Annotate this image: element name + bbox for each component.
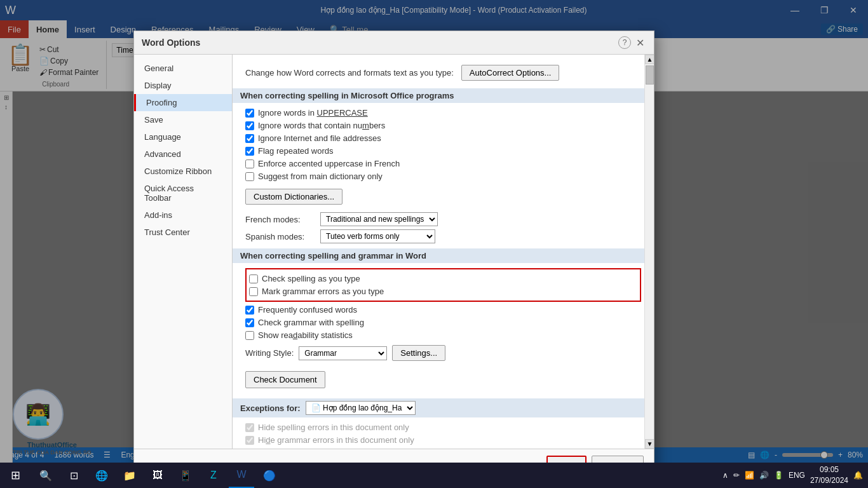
dialog-close-button[interactable]: ✕ (634, 36, 646, 49)
exceptions-header: Exceptions for: 📄 Hợp đồng lao động_Ha (233, 398, 654, 417)
option-suggest-main: Suggest from main dictionary only (245, 172, 641, 181)
writing-style-row: Writing Style: Grammar Grammar & Style S… (245, 345, 641, 361)
taskbar-lang[interactable]: ENG (789, 471, 805, 480)
exceptions-select[interactable]: 📄 Hợp đồng lao động_Ha (306, 401, 416, 415)
checkbox-show-readability[interactable] (245, 331, 254, 340)
taskbar-edge[interactable]: 🌐 (89, 463, 114, 488)
nav-language[interactable]: Language (134, 128, 232, 146)
option-frequently-confused: Frequently confused words (245, 305, 641, 315)
option-enforce-french: Enforce accented uppercase in French (245, 159, 641, 168)
highlighted-options-box: Check spelling as you type Mark grammar … (245, 268, 641, 302)
checkbox-hide-spelling[interactable] (245, 423, 254, 432)
checkbox-enforce-french[interactable] (245, 159, 254, 168)
nav-general[interactable]: General (134, 60, 232, 77)
option-ignore-uppercase: Ignore words in UPPERCASE (245, 108, 641, 118)
nav-proofing[interactable]: Proofing (134, 94, 232, 111)
section2-header: When correcting spelling and grammar in … (233, 248, 654, 263)
nav-display[interactable]: Display (134, 77, 232, 94)
taskbar-app1[interactable]: 📱 (173, 463, 198, 488)
checkbox-mark-grammar[interactable] (249, 287, 258, 296)
nav-advanced[interactable]: Advanced (134, 146, 232, 163)
exceptions-label: Exceptions for: (240, 403, 301, 413)
taskbar-task-view[interactable]: ⊡ (61, 463, 86, 488)
nav-addins[interactable]: Add-ins (134, 207, 232, 224)
option-check-spelling: Check spelling as you type (249, 274, 637, 283)
checkbox-suggest-main[interactable] (245, 172, 254, 181)
label-hide-grammar: Hide grammar errors in this document onl… (258, 435, 414, 445)
checkbox-ignore-uppercase[interactable] (245, 109, 254, 118)
spanish-modes-select[interactable]: Tuteo verb forms only Voseo verb forms o… (320, 229, 435, 243)
nav-save[interactable]: Save (134, 111, 232, 128)
label-enforce-french: Enforce accented uppercase in French (258, 159, 400, 168)
taskbar: ⊞ 🔍 ⊡ 🌐 📁 🖼 📱 Z W 🔵 ∧ ✏ 📶 🔊 🔋 ENG 09:05 … (0, 463, 868, 488)
label-check-spelling: Check spelling as you type (262, 274, 360, 283)
taskbar-left: ⊞ 🔍 ⊡ 🌐 📁 🖼 📱 Z W 🔵 (0, 463, 282, 488)
start-button[interactable]: ⊞ (0, 463, 31, 488)
nav-quick-access[interactable]: Quick Access Toolbar (134, 180, 232, 207)
taskbar-search[interactable]: 🔍 (33, 463, 58, 488)
option-flag-repeated: Flag repeated words (245, 146, 641, 156)
check-document-button[interactable]: Check Document (245, 371, 325, 388)
dialog-content-wrapper: Change how Word corrects and formats tex… (233, 55, 654, 449)
taskbar-pen-icon[interactable]: ✏ (733, 471, 740, 480)
checkbox-flag-repeated[interactable] (245, 147, 254, 156)
taskbar-explorer[interactable]: 📁 (117, 463, 142, 488)
taskbar-zalo[interactable]: Z (201, 463, 226, 488)
label-frequently-confused: Frequently confused words (258, 305, 357, 315)
spanish-modes-row: Spanish modes: Tuteo verb forms only Vos… (245, 229, 641, 243)
taskbar-photos[interactable]: 🖼 (145, 463, 170, 488)
dialog-title-bar: Word Options ? ✕ (134, 31, 654, 55)
taskbar-clock[interactable]: 09:05 27/09/2024 (810, 464, 848, 486)
writing-style-select[interactable]: Grammar Grammar & Style (299, 346, 387, 360)
dialog-help-button[interactable]: ? (618, 36, 631, 49)
taskbar-notifications[interactable]: 🔔 (853, 471, 863, 480)
section1-header: When correcting spelling in Microsoft Of… (233, 88, 654, 103)
scroll-thumb[interactable] (646, 65, 654, 85)
autocorrect-label: Change how Word corrects and formats tex… (245, 68, 454, 78)
checkbox-hide-grammar[interactable] (245, 436, 254, 445)
option-check-grammar: Check grammar with spelling (245, 318, 641, 327)
taskbar-right: ∧ ✏ 📶 🔊 🔋 ENG 09:05 27/09/2024 🔔 (722, 464, 868, 486)
checkbox-check-spelling[interactable] (249, 274, 258, 283)
option-hide-grammar: Hide grammar errors in this document onl… (245, 435, 641, 445)
taskbar-network-icon[interactable]: 📶 (745, 471, 754, 480)
scroll-up-button[interactable]: ▲ (645, 55, 654, 64)
clock-time: 09:05 (810, 464, 848, 475)
scroll-down-button[interactable]: ▼ (645, 439, 654, 449)
writing-style-label: Writing Style: (245, 348, 294, 358)
dialog-title-text: Word Options (142, 37, 200, 48)
spanish-modes-label: Spanish modes: (245, 232, 315, 241)
word-options-dialog: Word Options ? ✕ General Display Proofin… (133, 30, 654, 482)
french-modes-row: French modes: Traditional and new spelli… (245, 212, 641, 226)
dialog-nav: General Display Proofing Save Language A… (134, 55, 233, 449)
custom-dictionaries-button[interactable]: Custom Dictionaries... (245, 189, 342, 205)
checkbox-ignore-numbers[interactable] (245, 121, 254, 130)
taskbar-word[interactable]: W (229, 463, 254, 488)
autocorrect-options-button[interactable]: AutoCorrect Options... (461, 65, 560, 81)
clock-date: 27/09/2024 (810, 475, 848, 486)
label-hide-spelling: Hide spelling errors in this document on… (258, 423, 409, 432)
label-suggest-main: Suggest from main dictionary only (258, 172, 383, 181)
french-modes-select[interactable]: Traditional and new spellings New spelli… (320, 212, 438, 226)
taskbar-battery-icon[interactable]: 🔋 (774, 471, 783, 480)
checkbox-check-grammar[interactable] (245, 318, 254, 327)
autocorrect-row: Change how Word corrects and formats tex… (245, 65, 641, 81)
checkbox-ignore-internet[interactable] (245, 134, 254, 143)
label-ignore-uppercase: Ignore words in UPPERCASE (258, 108, 368, 118)
dialog-title-icons: ? ✕ (618, 36, 646, 49)
taskbar-chevron[interactable]: ∧ (722, 471, 728, 480)
option-ignore-numbers: Ignore words that contain numbers (245, 121, 641, 130)
taskbar-speaker-icon[interactable]: 🔊 (759, 471, 769, 480)
nav-customize-ribbon[interactable]: Customize Ribbon (134, 163, 232, 180)
option-show-readability: Show readability statistics (245, 330, 641, 340)
checkbox-frequently-confused[interactable] (245, 306, 254, 315)
taskbar-app2[interactable]: 🔵 (257, 463, 282, 488)
exceptions-row: Exceptions for: 📄 Hợp đồng lao động_Ha (240, 401, 649, 415)
option-ignore-internet: Ignore Internet and file addresses (245, 133, 641, 143)
label-check-grammar: Check grammar with spelling (258, 318, 364, 327)
settings-button[interactable]: Settings... (392, 345, 445, 361)
dialog-scrollbar[interactable]: ▲ ▼ (644, 55, 654, 449)
label-flag-repeated: Flag repeated words (258, 146, 334, 156)
nav-trust-center[interactable]: Trust Center (134, 224, 232, 241)
label-ignore-numbers: Ignore words that contain numbers (258, 121, 385, 130)
